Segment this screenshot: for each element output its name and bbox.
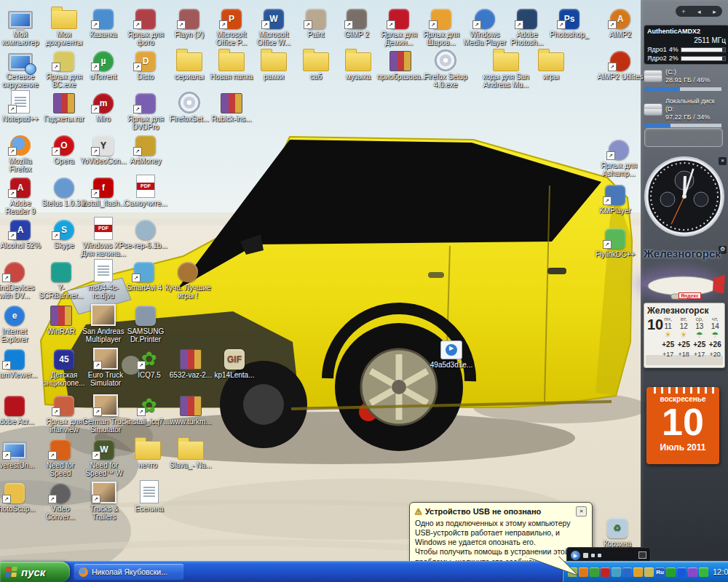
tray-icon[interactable] (601, 567, 610, 577)
desktop-icon[interactable]: San Andreas Multiplayer (80, 301, 127, 343)
desktop-icon[interactable]: Ps↗ Photoshop_ (546, 4, 593, 39)
desktop-icon[interactable]: ↗ AIMP2 Utilites (597, 47, 644, 81)
desktop-icon[interactable]: ↗ Video Conver... (37, 479, 84, 521)
desktop-icon[interactable]: нечто (124, 435, 171, 469)
desktop-icon[interactable]: ↗ Notepad++ (0, 89, 44, 123)
desktop-icon[interactable]: Сетевое окружение (0, 47, 44, 89)
desktop-icon[interactable]: f↗ install_flash... (80, 173, 127, 207)
desktop-icon[interactable]: коды для San Andreas Mu... (483, 47, 529, 89)
icon-label: ICQ7.5 (126, 371, 173, 379)
desktop-icon[interactable]: ↗ Ярлык для DVDPro (122, 89, 169, 131)
desktop-icon[interactable]: ↗ FindDevices with DV... (0, 258, 38, 300)
desktop-icon[interactable]: ↗ Euro Truck Simulator (82, 345, 129, 387)
desktop-icon[interactable]: A↗ Alcohol 52% (0, 215, 44, 250)
desktop-icon[interactable]: Самоучите... (122, 173, 169, 207)
balloon-close-icon[interactable]: × (576, 506, 587, 517)
desktop-icon[interactable]: ↗ SmartAvi 4 (121, 258, 167, 292)
start-button[interactable]: пуск (0, 562, 70, 582)
prev-track-icon[interactable] (591, 554, 595, 557)
desktop-icon[interactable]: W↗ Need for Speed™ W (81, 435, 127, 477)
desktop-icon[interactable]: ↗ Ярлык для irfanview (41, 391, 87, 434)
tray-icon[interactable] (633, 567, 643, 577)
tray-icon[interactable] (699, 567, 708, 577)
desktop-icon[interactable]: ↗ EverestUn... (0, 435, 38, 469)
desktop-icon[interactable]: рамки (250, 47, 297, 81)
desktop-icon[interactable]: Куча. Лучшие игры ! (165, 258, 211, 300)
desktop-icon[interactable]: 45 Детская энциклопе... (41, 345, 87, 387)
next-track-icon[interactable] (598, 554, 601, 557)
desktop-icon[interactable]: саб (293, 47, 339, 81)
desktop-icon[interactable]: ↗ install_icq7.... (126, 391, 173, 426)
desktop-icon[interactable]: FirefoxSet... (166, 89, 213, 123)
restore-player-icon[interactable] (638, 551, 646, 559)
desktop-icon[interactable]: Firefox Setup 4.0.exe (422, 47, 469, 89)
desktop-icon[interactable]: ↗ Ярлык для Демин... (376, 4, 422, 47)
tray-icon[interactable] (666, 567, 676, 577)
desktop-icon[interactable]: ↗ ArtMoney (122, 131, 169, 165)
shortcut-arrow-icon: ↗ (8, 147, 17, 156)
desktop-icon[interactable]: Slava_- Na... (167, 435, 214, 469)
desktop-icon[interactable]: W↗ Microsoft Office W... (250, 4, 297, 47)
shortcut-arrow-icon: ↗ (93, 361, 102, 370)
stop-icon[interactable] (583, 553, 588, 558)
desktop-icon[interactable]: Y↗ YoVideoCon... (80, 131, 127, 165)
desktop-icon[interactable]: ↗ Ярлык для Шаров... (418, 4, 464, 47)
desktop-icon[interactable]: A↗ AIMP2 (597, 4, 644, 39)
icon-label: SmartAvi 4 (121, 284, 167, 292)
desktop-icon[interactable]: Новая папка (208, 47, 255, 81)
tray-icon[interactable] (612, 567, 621, 577)
desktop-icon[interactable]: A↗ Adobe Reader 9 (0, 173, 44, 215)
icon-label: Euro Truck Simulator (82, 371, 129, 387)
tray-icon[interactable] (644, 567, 654, 577)
desktop-icon[interactable]: ↗ Windows Media Player (462, 4, 508, 47)
desktop-icon[interactable]: ↗ KMPlayer (592, 180, 638, 215)
desktop-icon[interactable]: ↗ Ярлык для фото (122, 4, 169, 47)
desktop-icon[interactable]: m↗ Miro (80, 89, 127, 123)
desktop-icon[interactable]: ↗ Trucks & Trailers (81, 479, 127, 521)
desktop-icon[interactable]: ↗ Ярлык для Ashamp... (596, 135, 642, 178)
desktop-icon[interactable]: ↗ Adobe Photosh... (504, 4, 550, 47)
desktop-icon[interactable]: ↗ Need for Speed (37, 435, 84, 477)
desktop-icon[interactable]: ↗ Flayn (У) (166, 4, 213, 39)
desktop-icon[interactable]: ↗ Mozilla Firefox (0, 131, 44, 173)
desktop-icon[interactable]: ms04-4c-rc.djvu (80, 258, 127, 300)
tray-icon[interactable] (677, 567, 687, 577)
taskbar-task-firefox[interactable]: Николай Якубовски... (74, 564, 183, 580)
desktop-icon[interactable]: ↗ GIMP 2 (333, 4, 380, 39)
desktop-icon[interactable]: музыка (335, 47, 381, 81)
desktop-icon[interactable]: WinRAR (38, 301, 84, 335)
desktop-icon[interactable]: ↗ Paint (293, 4, 339, 39)
tray-icon[interactable] (622, 567, 632, 577)
desktop-icon[interactable]: ↗ German Truck Simulator (82, 391, 129, 434)
desktop-icon[interactable]: ↗ TeamViewer... (0, 345, 38, 379)
icon-label: Video Conver... (37, 505, 84, 521)
desktop-icon[interactable]: ↗ ICQ7.5 (126, 345, 173, 379)
desktop-icon[interactable]: Y-SCRBanner... (38, 258, 84, 300)
desktop-icon[interactable]: Windows XP Для начина... (80, 215, 127, 258)
desktop-icon[interactable]: 49a5d3d1e... (428, 335, 475, 369)
desktop-icon[interactable]: ↗ FlylinkDC++ (592, 224, 638, 258)
desktop-icon[interactable]: приобразова... (377, 47, 424, 81)
desktop-icon[interactable]: Мой компьютер (0, 4, 44, 47)
desktop-icon[interactable]: ♻ Корзина (594, 514, 641, 548)
shortcut-arrow-icon: ↗ (133, 20, 142, 29)
tray-icon[interactable]: Ru (655, 567, 665, 577)
desktop-icon[interactable]: se-rep-6.1b... (122, 215, 169, 250)
desktop-icon[interactable]: www.turkm... (167, 391, 214, 426)
desktop-icon[interactable]: игры (528, 47, 574, 81)
desktop-icon[interactable]: ↗ Казанка (80, 4, 127, 39)
desktop-icon[interactable]: GIF kp14Lenta... (211, 345, 258, 379)
desktop-icon[interactable]: P↗ Microsoft Office P... (208, 4, 255, 47)
desktop-icon[interactable]: Есенина (126, 479, 173, 513)
tray-icon[interactable] (688, 567, 697, 577)
desktop-icon[interactable]: сериалы (166, 47, 213, 81)
desktop-icon[interactable]: 6532-vaz-2... (167, 345, 214, 379)
desktop-icon[interactable]: ↗ PhotoScap... (0, 479, 38, 513)
desktop-icon[interactable]: Adobe Acr... (0, 391, 38, 426)
desktop-icon[interactable]: e Internet Explorer (0, 301, 38, 343)
tray-icon[interactable] (590, 567, 599, 577)
desktop-icon[interactable]: Rubick-ins... (208, 89, 255, 123)
desktop-icon[interactable]: D↗ Disto (122, 47, 169, 81)
desktop-icon[interactable]: SAMSUNG Dr.Printer (122, 301, 169, 343)
desktop-icon[interactable]: µ↗ uTorrent (80, 47, 127, 81)
